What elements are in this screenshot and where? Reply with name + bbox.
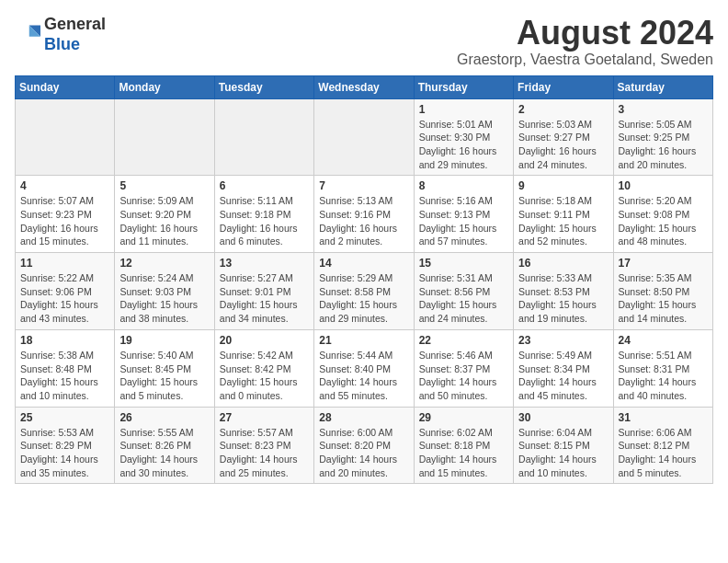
- day-number: 17: [619, 257, 708, 270]
- day-cell: [115, 98, 214, 176]
- day-info: Sunrise: 5:55 AMSunset: 8:26 PMDaylight:…: [119, 426, 209, 480]
- day-number: 18: [20, 334, 109, 347]
- day-number: 8: [419, 179, 508, 192]
- day-number: 10: [619, 179, 708, 192]
- title-area: August 2024 Graestorp, Vaestra Goetaland…: [457, 15, 713, 68]
- day-number: 4: [20, 179, 109, 192]
- day-cell: [314, 98, 414, 176]
- day-number: 27: [220, 411, 309, 424]
- day-cell: 28Sunrise: 6:00 AMSunset: 8:20 PMDayligh…: [314, 407, 414, 484]
- day-number: 22: [419, 334, 508, 347]
- day-cell: 8Sunrise: 5:16 AMSunset: 9:13 PMDaylight…: [414, 176, 513, 253]
- day-info: Sunrise: 5:27 AMSunset: 9:01 PMDaylight:…: [220, 271, 309, 326]
- day-number: 28: [319, 411, 408, 424]
- day-number: 16: [518, 257, 608, 270]
- day-cell: 26Sunrise: 5:55 AMSunset: 8:26 PMDayligh…: [115, 407, 214, 484]
- day-cell: 12Sunrise: 5:24 AMSunset: 9:03 PMDayligh…: [115, 253, 214, 330]
- day-info: Sunrise: 6:06 AMSunset: 8:12 PMDaylight:…: [619, 426, 708, 480]
- day-info: Sunrise: 5:33 AMSunset: 8:53 PMDaylight:…: [518, 271, 608, 326]
- day-number: 19: [119, 334, 209, 347]
- day-info: Sunrise: 5:53 AMSunset: 8:29 PMDaylight:…: [20, 426, 109, 480]
- day-cell: 27Sunrise: 5:57 AMSunset: 8:23 PMDayligh…: [214, 407, 313, 484]
- day-info: Sunrise: 5:22 AMSunset: 9:06 PMDaylight:…: [20, 271, 109, 326]
- day-cell: [16, 98, 115, 176]
- day-info: Sunrise: 5:44 AMSunset: 8:40 PMDaylight:…: [319, 349, 408, 403]
- day-number: 11: [20, 257, 109, 270]
- day-cell: 10Sunrise: 5:20 AMSunset: 9:08 PMDayligh…: [613, 176, 712, 253]
- day-info: Sunrise: 5:42 AMSunset: 8:42 PMDaylight:…: [220, 349, 309, 403]
- day-cell: 11Sunrise: 5:22 AMSunset: 9:06 PMDayligh…: [16, 253, 115, 330]
- day-cell: 13Sunrise: 5:27 AMSunset: 9:01 PMDayligh…: [214, 253, 313, 330]
- day-cell: 1Sunrise: 5:01 AMSunset: 9:30 PMDaylight…: [414, 98, 513, 176]
- day-info: Sunrise: 5:11 AMSunset: 9:18 PMDaylight:…: [220, 194, 309, 248]
- day-number: 5: [119, 179, 209, 192]
- logo: General Blue: [15, 15, 106, 54]
- day-cell: 7Sunrise: 5:13 AMSunset: 9:16 PMDaylight…: [314, 176, 414, 253]
- day-number: 21: [319, 334, 408, 347]
- weekday-header-monday: Monday: [115, 75, 214, 98]
- day-cell: 5Sunrise: 5:09 AMSunset: 9:20 PMDaylight…: [115, 176, 214, 253]
- day-info: Sunrise: 5:20 AMSunset: 9:08 PMDaylight:…: [619, 194, 708, 248]
- weekday-header-wednesday: Wednesday: [314, 75, 414, 98]
- day-number: 2: [518, 103, 608, 116]
- day-cell: 9Sunrise: 5:18 AMSunset: 9:11 PMDaylight…: [514, 176, 613, 253]
- day-cell: 16Sunrise: 5:33 AMSunset: 8:53 PMDayligh…: [514, 253, 613, 330]
- logo-icon: [15, 22, 40, 48]
- day-number: 13: [220, 257, 309, 270]
- day-info: Sunrise: 5:03 AMSunset: 9:27 PMDaylight:…: [518, 118, 608, 172]
- day-cell: 14Sunrise: 5:29 AMSunset: 8:58 PMDayligh…: [314, 253, 414, 330]
- day-number: 3: [619, 103, 708, 116]
- week-row-3: 11Sunrise: 5:22 AMSunset: 9:06 PMDayligh…: [16, 253, 713, 330]
- day-info: Sunrise: 6:04 AMSunset: 8:15 PMDaylight:…: [518, 426, 608, 480]
- day-cell: 17Sunrise: 5:35 AMSunset: 8:50 PMDayligh…: [613, 253, 712, 330]
- day-info: Sunrise: 5:18 AMSunset: 9:11 PMDaylight:…: [518, 194, 608, 248]
- day-cell: 18Sunrise: 5:38 AMSunset: 8:48 PMDayligh…: [16, 329, 115, 407]
- day-info: Sunrise: 5:40 AMSunset: 8:45 PMDaylight:…: [119, 349, 209, 403]
- day-number: 12: [119, 257, 209, 270]
- day-info: Sunrise: 5:49 AMSunset: 8:34 PMDaylight:…: [518, 349, 608, 403]
- day-cell: [214, 98, 313, 176]
- calendar: SundayMondayTuesdayWednesdayThursdayFrid…: [15, 75, 713, 485]
- logo-text: General Blue: [44, 15, 106, 54]
- day-info: Sunrise: 5:01 AMSunset: 9:30 PMDaylight:…: [419, 118, 508, 172]
- day-number: 29: [419, 411, 508, 424]
- day-number: 31: [619, 411, 708, 424]
- weekday-header-sunday: Sunday: [16, 75, 115, 98]
- day-info: Sunrise: 5:07 AMSunset: 9:23 PMDaylight:…: [20, 194, 109, 248]
- weekday-header-tuesday: Tuesday: [214, 75, 313, 98]
- day-cell: 19Sunrise: 5:40 AMSunset: 8:45 PMDayligh…: [115, 329, 214, 407]
- day-cell: 31Sunrise: 6:06 AMSunset: 8:12 PMDayligh…: [613, 407, 712, 484]
- day-info: Sunrise: 6:02 AMSunset: 8:18 PMDaylight:…: [419, 426, 508, 480]
- day-info: Sunrise: 5:57 AMSunset: 8:23 PMDaylight:…: [220, 426, 309, 480]
- day-number: 6: [220, 179, 309, 192]
- weekday-header-thursday: Thursday: [414, 75, 513, 98]
- day-cell: 2Sunrise: 5:03 AMSunset: 9:27 PMDaylight…: [514, 98, 613, 176]
- day-number: 9: [518, 179, 608, 192]
- week-row-2: 4Sunrise: 5:07 AMSunset: 9:23 PMDaylight…: [16, 176, 713, 253]
- day-cell: 15Sunrise: 5:31 AMSunset: 8:56 PMDayligh…: [414, 253, 513, 330]
- week-row-4: 18Sunrise: 5:38 AMSunset: 8:48 PMDayligh…: [16, 329, 713, 407]
- day-cell: 24Sunrise: 5:51 AMSunset: 8:31 PMDayligh…: [613, 329, 712, 407]
- day-number: 30: [518, 411, 608, 424]
- day-number: 7: [319, 179, 408, 192]
- day-info: Sunrise: 5:09 AMSunset: 9:20 PMDaylight:…: [119, 194, 209, 248]
- day-info: Sunrise: 5:31 AMSunset: 8:56 PMDaylight:…: [419, 271, 508, 326]
- main-title: August 2024: [457, 15, 713, 52]
- subtitle: Graestorp, Vaestra Goetaland, Sweden: [457, 52, 713, 68]
- day-info: Sunrise: 5:24 AMSunset: 9:03 PMDaylight:…: [119, 271, 209, 326]
- day-info: Sunrise: 5:29 AMSunset: 8:58 PMDaylight:…: [319, 271, 408, 326]
- day-cell: 29Sunrise: 6:02 AMSunset: 8:18 PMDayligh…: [414, 407, 513, 484]
- week-row-5: 25Sunrise: 5:53 AMSunset: 8:29 PMDayligh…: [16, 407, 713, 484]
- day-info: Sunrise: 5:16 AMSunset: 9:13 PMDaylight:…: [419, 194, 508, 248]
- week-row-1: 1Sunrise: 5:01 AMSunset: 9:30 PMDaylight…: [16, 98, 713, 176]
- day-cell: 3Sunrise: 5:05 AMSunset: 9:25 PMDaylight…: [613, 98, 712, 176]
- day-cell: 4Sunrise: 5:07 AMSunset: 9:23 PMDaylight…: [16, 176, 115, 253]
- day-info: Sunrise: 5:51 AMSunset: 8:31 PMDaylight:…: [619, 349, 708, 403]
- weekday-header-friday: Friday: [514, 75, 613, 98]
- day-info: Sunrise: 5:05 AMSunset: 9:25 PMDaylight:…: [619, 118, 708, 172]
- day-number: 26: [119, 411, 209, 424]
- day-cell: 20Sunrise: 5:42 AMSunset: 8:42 PMDayligh…: [214, 329, 313, 407]
- day-info: Sunrise: 5:38 AMSunset: 8:48 PMDaylight:…: [20, 349, 109, 403]
- weekday-header-saturday: Saturday: [613, 75, 712, 98]
- day-number: 23: [518, 334, 608, 347]
